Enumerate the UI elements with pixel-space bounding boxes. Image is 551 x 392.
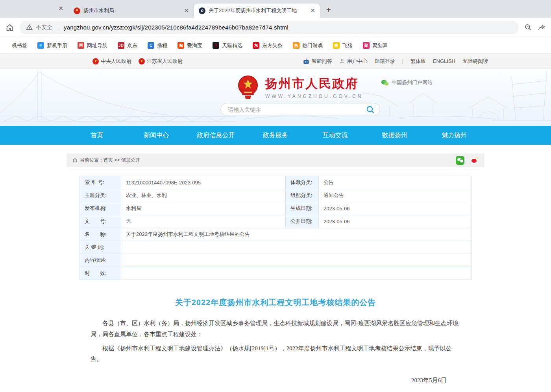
zoom-out-icon[interactable]	[524, 24, 532, 31]
warning-icon	[26, 24, 33, 31]
bookmark-item[interactable]: C 携程	[148, 42, 167, 49]
breadcrumb-label[interactable]: 当前位置：首页 >> 信息公开	[80, 157, 140, 164]
search-box	[220, 103, 380, 116]
table-row: 时 效:	[80, 267, 471, 280]
table-label: 索 引 号:	[80, 176, 121, 189]
link-accessibility[interactable]: 无障碍阅读	[462, 58, 488, 65]
browser-toolbar: 不安全 yangzhou.gov.cn/yzszxxgk/slj/202305/…	[0, 18, 551, 37]
weibo-share-icon[interactable]	[470, 156, 479, 165]
table-value: 11321000014407098E-2023-095	[121, 176, 286, 189]
bookmark-item[interactable]: ≡ 新机手册	[37, 42, 67, 49]
bookmarks-bar: 机书签 ≡ 新机手册 网 网址导航 JD 京东 C 携程 淘 爱淘宝 T 天猫精…	[0, 37, 551, 54]
close-icon[interactable]: ✕	[309, 7, 316, 14]
gov-emblem-icon	[139, 58, 145, 64]
bookmark-label: 京东	[127, 42, 137, 49]
table-row: 内容概述:	[80, 254, 471, 267]
nav-item[interactable]: 首页	[67, 126, 126, 145]
bookmark-item[interactable]: 网 网址导航	[78, 42, 107, 49]
link-mail-login[interactable]: 邮箱登录	[375, 58, 395, 65]
table-value: 2023-05-06	[319, 202, 471, 215]
link-english[interactable]: ENGLISH	[433, 58, 455, 64]
portal-link[interactable]: 中国扬州门户网站	[381, 79, 433, 86]
share-icon[interactable]	[538, 24, 545, 31]
site-logo[interactable]: 扬州市人民政府 WWW.YANGZHOU.GOV.CN	[236, 75, 363, 99]
bookmark-item[interactable]: 淘 爱淘宝	[178, 42, 202, 49]
table-label: 公开日期:	[286, 215, 319, 228]
link-central-gov[interactable]: 中央人民政府	[92, 58, 131, 65]
table-label: 关 键 词:	[80, 241, 121, 254]
gov-emblem-icon	[92, 58, 99, 64]
table-label: 体裁分类:	[286, 176, 319, 189]
search-icon[interactable]	[366, 105, 375, 114]
new-tab-button[interactable]: +	[326, 6, 331, 15]
tab-shuiliju[interactable]: 扬州市水利局 ✕	[69, 4, 194, 18]
link-label: 中央人民政府	[101, 58, 131, 65]
document-info-table: 索 引 号: 11321000014407098E-2023-095 体裁分类:…	[80, 176, 471, 280]
table-value: 公告	[319, 176, 471, 189]
bookmark-label: 东方头条	[262, 42, 283, 49]
bookmark-label: 爱淘宝	[187, 42, 202, 49]
bookmark-item[interactable]: 东 东方头条	[253, 42, 283, 49]
bookmark-label: 新机手册	[47, 42, 67, 49]
article-date: 2023年5月6日	[91, 377, 460, 384]
bookmark-label: 携程	[157, 42, 167, 49]
bookmark-favicon-icon: T	[213, 42, 219, 49]
url-text: yangzhou.gov.cn/yzszxxgk/slj/202305/210c…	[64, 24, 288, 31]
bookmark-item[interactable]: T 天猫精选	[213, 42, 242, 49]
content-container: 当前位置：首页 >> 信息公开 索 引 号: 11321000014407098…	[67, 153, 484, 392]
nav-item[interactable]: 新闻中心	[126, 126, 186, 145]
bookmark-item[interactable]: JD 京东	[118, 42, 137, 49]
search-input[interactable]	[228, 107, 366, 113]
table-row: 索 引 号: 11321000014407098E-2023-095 体裁分类:…	[80, 176, 471, 189]
site-url-label: WWW.YANGZHOU.GOV.CN	[265, 94, 363, 99]
bookmark-label: 聚划算	[372, 42, 388, 49]
bookmark-favicon-icon: C	[148, 42, 154, 49]
bookmark-label: 飞猪	[342, 42, 353, 49]
wechat-share-icon[interactable]	[456, 156, 464, 165]
nav-item[interactable]: 互动交流	[305, 126, 365, 145]
url-bar[interactable]: 不安全 yangzhou.gov.cn/yzszxxgk/slj/202305/…	[20, 21, 519, 34]
article-paragraph: 根据《扬州市水利工程文明工地建设管理办法》（扬水规[2019]1号），2022年…	[91, 343, 460, 365]
security-label: 不安全	[36, 24, 52, 31]
home-icon[interactable]	[6, 23, 14, 32]
bookmark-item[interactable]: 热 热门游戏	[293, 42, 323, 49]
bookmark-item[interactable]: 猪 飞猪	[333, 42, 353, 49]
robot-icon	[303, 58, 310, 64]
link-smart-qa[interactable]: 智能问答	[303, 58, 332, 65]
link-traditional[interactable]: 繁体版	[410, 58, 426, 65]
article-paragraph: 各县（市、区）水利（务）局，扬州经济开发区城乡事务管理局，生态科技新城规划建设局…	[91, 318, 460, 340]
article-body: 关于2022年度扬州市水利工程文明工地考核结果的公告 各县（市、区）水利（务）局…	[67, 297, 484, 392]
table-value: 农业、林业、水利	[121, 189, 286, 202]
nav-item[interactable]: 数据扬州	[365, 126, 424, 145]
link-user-center[interactable]: 用户中心	[339, 58, 368, 65]
table-label: 发布机构:	[80, 202, 121, 215]
bookmark-favicon-icon: JD	[118, 42, 124, 49]
bookmark-label: 机书签	[12, 42, 27, 49]
close-icon[interactable]: ✕	[183, 7, 190, 14]
close-icon[interactable]: ✕	[58, 5, 63, 12]
divider: |	[402, 58, 403, 64]
bookmark-favicon-icon: 聚	[363, 42, 370, 49]
gov-emblem-icon	[74, 7, 80, 14]
table-label: 主题分类:	[80, 189, 121, 202]
table-value	[121, 267, 471, 280]
bookmark-label: 热门游戏	[302, 42, 323, 49]
nav-item[interactable]: 政府信息公开	[186, 126, 246, 145]
bookmark-label: 网址导航	[87, 42, 107, 49]
bookmark-favicon-icon: 热	[293, 42, 300, 49]
table-value: 关于2022年度扬州市水利工程文明工地考核结果的公告	[121, 228, 471, 241]
nav-item[interactable]: 政务服务	[246, 126, 305, 145]
table-label: 内容概述:	[80, 254, 121, 267]
tab-announcement-active[interactable]: e 关于2022年度扬州市水利工程文明工地 ✕	[194, 4, 320, 18]
divider	[58, 24, 58, 31]
link-jiangsu-gov[interactable]: 江苏省人民政府	[139, 58, 183, 65]
bookmark-item[interactable]: 机书签	[2, 42, 27, 49]
table-row: 发布机构: 水利局 生成日期: 2023-05-06	[80, 202, 471, 215]
bookmark-item[interactable]: 聚 聚划算	[363, 42, 388, 49]
tab-title: 关于2022年度扬州市水利工程文明工地	[209, 7, 306, 14]
bookmark-favicon-icon: 东	[253, 42, 259, 49]
wechat-icon	[381, 79, 389, 86]
site-favicon-icon: e	[199, 7, 205, 14]
nav-item[interactable]: 魅力扬州	[425, 126, 484, 145]
article-title: 关于2022年度扬州市水利工程文明工地考核结果的公告	[91, 297, 460, 308]
